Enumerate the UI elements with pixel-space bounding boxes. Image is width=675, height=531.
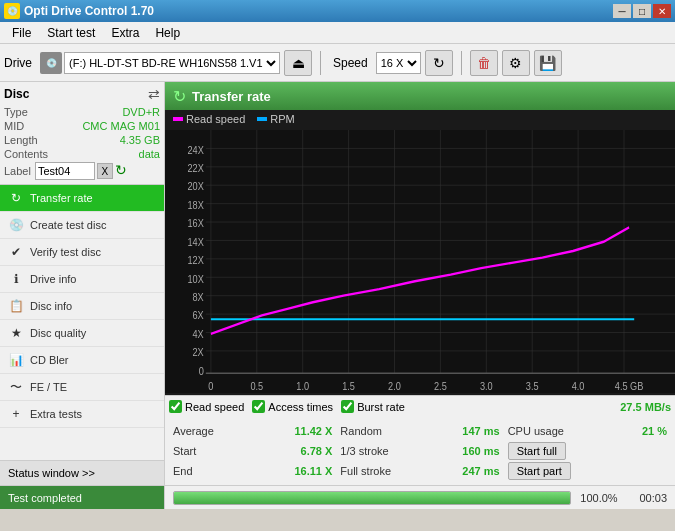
burst-rate-display: 27.5 MB/s — [620, 401, 671, 413]
read-speed-checkbox[interactable] — [169, 400, 182, 413]
create-test-disc-icon: 💿 — [8, 217, 24, 233]
cpu-row: CPU usage 21 % — [508, 421, 667, 441]
drive-select-group: 💿 (F:) HL-DT-ST BD-RE WH16NS58 1.V1 — [40, 52, 280, 74]
svg-text:0: 0 — [199, 363, 204, 376]
cpu-value: 21 % — [642, 425, 667, 437]
read-speed-color-dot — [173, 117, 183, 121]
end-row: End 16.11 X — [173, 461, 332, 481]
cd-bler-icon: 📊 — [8, 352, 24, 368]
random-label: Random — [340, 425, 382, 437]
disc-length-row: Length 4.35 GB — [4, 134, 160, 146]
svg-text:3.5: 3.5 — [526, 379, 539, 392]
sidebar-item-verify-test-disc-label: Verify test disc — [30, 246, 156, 258]
app-icon: 💿 — [4, 3, 20, 19]
verify-test-disc-icon: ✔ — [8, 244, 24, 260]
status-window-button[interactable]: Status window >> — [0, 460, 164, 485]
sidebar-item-cd-bler-label: CD Bler — [30, 354, 156, 366]
save-button[interactable]: 💾 — [534, 50, 562, 76]
sidebar-item-drive-info[interactable]: ℹ Drive info — [0, 266, 164, 293]
minimize-button[interactable]: ─ — [613, 4, 631, 18]
sidebar-item-verify-test-disc[interactable]: ✔ Verify test disc — [0, 239, 164, 266]
svg-text:8X: 8X — [193, 290, 204, 303]
title-bar-controls: ─ □ ✕ — [613, 4, 671, 18]
access-times-checkbox[interactable] — [252, 400, 265, 413]
burst-rate-check-label: Burst rate — [357, 401, 405, 413]
chart-legend: Read speed RPM — [165, 110, 675, 128]
sidebar-item-disc-info-label: Disc info — [30, 300, 156, 312]
separator-2 — [461, 51, 462, 75]
sidebar-item-disc-info[interactable]: 📋 Disc info — [0, 293, 164, 320]
start-part-button[interactable]: Start part — [508, 462, 571, 480]
legend-rpm: RPM — [257, 113, 294, 125]
disc-type-row: Type DVD+R — [4, 106, 160, 118]
progress-percent: 100.0% — [579, 492, 619, 504]
svg-text:6X: 6X — [193, 308, 204, 321]
sidebar-item-cd-bler[interactable]: 📊 CD Bler — [0, 347, 164, 374]
drive-icon: 💿 — [40, 52, 62, 74]
status-window-label: Status window >> — [8, 467, 95, 479]
disc-label-reload-icon[interactable]: ↻ — [115, 162, 133, 180]
burst-rate-value: 27.5 MB/s — [620, 401, 671, 413]
status-text: Test completed — [0, 486, 165, 509]
disc-refresh-icon[interactable]: ⇄ — [148, 86, 160, 102]
sidebar-item-disc-quality[interactable]: ★ Disc quality — [0, 320, 164, 347]
main-area: Disc ⇄ Type DVD+R MID CMC MAG M01 Length… — [0, 82, 675, 485]
title-bar-left: 💿 Opti Drive Control 1.70 — [4, 3, 154, 19]
sidebar-item-drive-info-label: Drive info — [30, 273, 156, 285]
start-full-button[interactable]: Start full — [508, 442, 566, 460]
random-value: 147 ms — [462, 425, 499, 437]
stroke13-value: 160 ms — [462, 445, 499, 457]
start-label: Start — [173, 445, 196, 457]
sidebar-item-transfer-rate[interactable]: ↻ Transfer rate — [0, 185, 164, 212]
content-area: ↻ Transfer rate Read speed RPM — [165, 82, 675, 485]
menu-extra[interactable]: Extra — [103, 24, 147, 42]
disc-label-clear-button[interactable]: X — [97, 163, 113, 179]
clear-button[interactable]: 🗑 — [470, 50, 498, 76]
eject-button[interactable]: ⏏ — [284, 50, 312, 76]
full-stroke-label: Full stroke — [340, 465, 391, 477]
menu-file[interactable]: File — [4, 24, 39, 42]
legend-read-speed: Read speed — [173, 113, 245, 125]
chart-icon: ↻ — [173, 87, 186, 106]
burst-rate-checkbox[interactable] — [341, 400, 354, 413]
start-value: 6.78 X — [301, 445, 333, 457]
full-stroke-row: Full stroke 247 ms — [340, 461, 499, 481]
full-stroke-value: 247 ms — [462, 465, 499, 477]
chart-canvas: 24X 22X 20X 18X 16X 14X 12X 10X 8X 6X 4X… — [165, 128, 675, 395]
read-speed-check-item: Read speed — [169, 400, 244, 413]
disc-contents-label: Contents — [4, 148, 48, 160]
menu-start-test[interactable]: Start test — [39, 24, 103, 42]
svg-text:24X: 24X — [187, 142, 203, 155]
sidebar-item-extra-tests-label: Extra tests — [30, 408, 156, 420]
access-times-check-label: Access times — [268, 401, 333, 413]
refresh-speed-button[interactable]: ↻ — [425, 50, 453, 76]
window-title: Opti Drive Control 1.70 — [24, 4, 154, 18]
average-label: Average — [173, 425, 214, 437]
close-button[interactable]: ✕ — [653, 4, 671, 18]
sidebar-item-fe-te[interactable]: 〜 FE / TE — [0, 374, 164, 401]
menu-help[interactable]: Help — [147, 24, 188, 42]
disc-contents-row: Contents data — [4, 148, 160, 160]
read-speed-legend-label: Read speed — [186, 113, 245, 125]
disc-info-icon: 📋 — [8, 298, 24, 314]
disc-label-input[interactable] — [35, 162, 95, 180]
settings-button[interactable]: ⚙ — [502, 50, 530, 76]
svg-text:3.0: 3.0 — [480, 379, 493, 392]
read-speed-check-label: Read speed — [185, 401, 244, 413]
drive-info-icon: ℹ — [8, 271, 24, 287]
burst-rate-check-item: Burst rate — [341, 400, 405, 413]
start-full-row[interactable]: Start full — [508, 441, 667, 461]
svg-text:18X: 18X — [187, 198, 203, 211]
average-row: Average 11.42 X — [173, 421, 332, 441]
access-times-check-item: Access times — [252, 400, 333, 413]
maximize-button[interactable]: □ — [633, 4, 651, 18]
start-part-row[interactable]: Start part — [508, 461, 667, 481]
speed-dropdown[interactable]: 16 X — [376, 52, 421, 74]
sidebar-item-create-test-disc[interactable]: 💿 Create test disc — [0, 212, 164, 239]
drive-dropdown[interactable]: (F:) HL-DT-ST BD-RE WH16NS58 1.V1 — [64, 52, 280, 74]
title-bar: 💿 Opti Drive Control 1.70 ─ □ ✕ — [0, 0, 675, 22]
svg-text:16X: 16X — [187, 216, 203, 229]
disc-mid-row: MID CMC MAG M01 — [4, 120, 160, 132]
cpu-label: CPU usage — [508, 425, 564, 437]
sidebar-item-extra-tests[interactable]: + Extra tests — [0, 401, 164, 428]
